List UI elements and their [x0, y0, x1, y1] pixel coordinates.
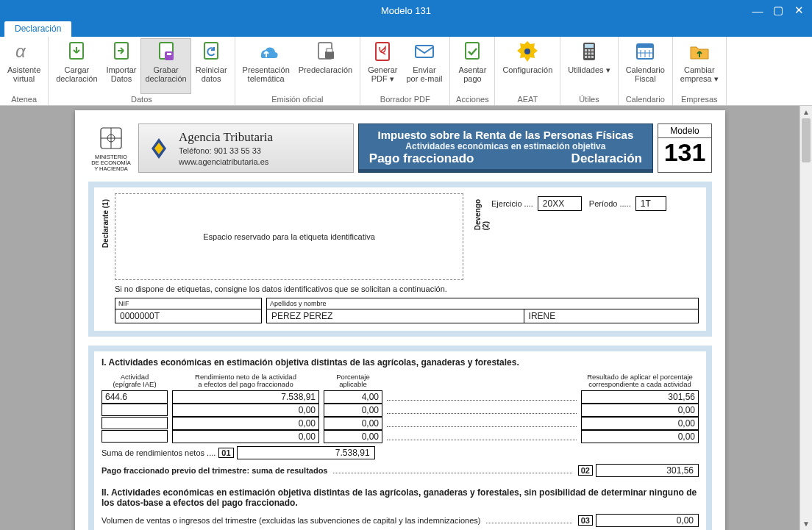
tab-declaracion[interactable]: Declaración: [4, 21, 71, 37]
nif-field[interactable]: 0000000T: [115, 309, 262, 323]
apellidos-label: Apellidos y nombre: [266, 298, 699, 309]
apellidos-field[interactable]: PEREZ PEREZ: [266, 309, 524, 323]
ribbon-group-label: Emisión oficial: [238, 94, 357, 105]
ribbon-tabs: Declaración: [0, 21, 812, 37]
svg-rect-18: [588, 49, 590, 51]
table-cell[interactable]: 301,56: [581, 390, 699, 404]
modelo-number: 131: [658, 140, 711, 165]
pago-val[interactable]: 301,56: [596, 464, 699, 477]
volumen-label: Volumen de ventas o ingresos del trimest…: [102, 516, 480, 525]
grabar-declaracion[interactable]: Grabar declaración: [140, 38, 190, 94]
table-cell[interactable]: 0,00: [172, 430, 319, 443]
table-header: Actividad (epígrafe IAE): [102, 373, 168, 390]
utilidades[interactable]: Utilidades ▾: [563, 38, 614, 94]
asistente-virtual[interactable]: αAsistente virtual: [3, 38, 45, 94]
periodo-label: Período .....: [589, 199, 631, 208]
pago-code: 02: [578, 465, 593, 476]
table-cell[interactable]: 0,00: [324, 404, 382, 417]
agencia-box: Agencia Tributaria Teléfono: 901 33 55 3…: [138, 123, 354, 173]
table-cell[interactable]: 0,00: [581, 430, 699, 443]
svg-rect-4: [165, 51, 174, 60]
table-cell[interactable]: [102, 417, 168, 429]
table-cell[interactable]: 4,00: [324, 390, 382, 404]
svg-rect-27: [637, 44, 653, 48]
etiqueta-aviso: Si no dispone de etiquetas, consigne los…: [115, 284, 699, 293]
ribbon-group-label: Empresas: [676, 94, 723, 105]
table-cell[interactable]: 0,00: [581, 404, 699, 417]
svg-rect-21: [588, 53, 590, 55]
table-cell[interactable]: [102, 404, 168, 416]
table-cell[interactable]: 0,00: [581, 417, 699, 430]
configuracion[interactable]: Configuración: [498, 38, 557, 94]
svg-text:α: α: [15, 41, 26, 61]
calendario-fiscal[interactable]: Calendario Fiscal: [622, 38, 669, 94]
table-cell[interactable]: [102, 430, 168, 443]
scroll-down-icon[interactable]: ▼: [800, 518, 812, 530]
asentar-pago[interactable]: Asentar pago: [453, 38, 491, 94]
escudo-icon: [96, 123, 126, 153]
presentacion-telematica[interactable]: Presentación telemática: [238, 38, 294, 94]
table-cell[interactable]: 7.538,91: [172, 390, 319, 404]
document-viewport: MINISTERIO DE ECONOMÍA Y HACIENDA Agenci…: [0, 106, 812, 530]
svg-rect-16: [585, 44, 594, 48]
table-cell[interactable]: 644.6: [102, 390, 168, 404]
ribbon-group-label: Datos: [51, 94, 231, 105]
table-cell[interactable]: 0,00: [324, 430, 382, 443]
volumen-val[interactable]: 0,00: [596, 514, 699, 527]
sec1-title: I. Actividades económicas en estimación …: [102, 357, 699, 368]
maximize-button[interactable]: ▢: [768, 0, 788, 21]
agencia-web: www.agenciatributaria.es: [179, 157, 273, 167]
svg-point-14: [524, 49, 530, 54]
generar-pdf[interactable]: Generar PDF ▾: [363, 38, 402, 94]
svg-rect-19: [591, 49, 594, 51]
svg-rect-11: [416, 46, 433, 57]
svg-rect-22: [591, 53, 594, 55]
suma-code: 01: [218, 448, 233, 458]
periodo-field[interactable]: 1T: [635, 196, 666, 211]
cargar-declaracion[interactable]: Cargar declaración: [51, 38, 102, 94]
table-cell[interactable]: 0,00: [172, 417, 319, 430]
ribbon: αAsistente virtualAteneaCargar declaraci…: [0, 37, 812, 106]
ribbon-group-label: Borrador PDF: [363, 94, 446, 105]
reiniciar-datos[interactable]: Reiniciar datos: [191, 38, 232, 94]
svg-rect-23: [585, 56, 587, 58]
aeat-logo-icon: [146, 136, 171, 161]
nif-label: NIF: [115, 298, 262, 309]
enviar-email[interactable]: Enviar por e-mail: [402, 38, 447, 94]
importar-datos[interactable]: Importar Datos: [102, 38, 141, 94]
pago-label: Pago fraccionado previo del trimestre: s…: [102, 466, 327, 475]
nombre-field[interactable]: IRENE: [524, 309, 699, 323]
ribbon-group-label: Calendario: [622, 94, 669, 105]
ministerio-label: MINISTERIO DE ECONOMÍA Y HACIENDA: [88, 154, 134, 172]
svg-rect-20: [585, 53, 587, 55]
ribbon-group-label: Atenea: [3, 94, 45, 105]
scroll-up-icon[interactable]: ▲: [800, 106, 812, 118]
suma-label: Suma de rendimientos netos ....: [102, 448, 216, 457]
window-title: Modelo 131: [381, 5, 431, 16]
sec2-title: II. Actividades económicas en estimación…: [102, 487, 699, 508]
modelo-label: Modelo: [658, 126, 711, 138]
volumen-code: 03: [578, 515, 593, 526]
table-header: Resultado de aplicar el porcentaje corre…: [581, 373, 699, 390]
scroll-thumb[interactable]: [802, 118, 811, 162]
bluebox-l3a: Pago fraccionado: [369, 151, 474, 166]
table-cell[interactable]: 0,00: [324, 417, 382, 430]
bluebox-l2: Actividades económicas en estimación obj…: [366, 141, 645, 151]
svg-rect-9: [327, 49, 332, 52]
table-cell[interactable]: 0,00: [172, 404, 319, 417]
ejercicio-field[interactable]: 20XX: [538, 196, 582, 211]
etiqueta-placeholder: Espacio reservado para la etiqueta ident…: [115, 193, 463, 280]
close-button[interactable]: ✕: [788, 0, 809, 21]
svg-rect-24: [588, 56, 590, 58]
vertical-scrollbar[interactable]: ▲ ▼: [799, 106, 812, 530]
agencia-telefono: Teléfono: 901 33 55 33: [179, 146, 273, 156]
minimize-button[interactable]: —: [747, 0, 768, 21]
suma-val[interactable]: 7.538,91: [237, 446, 375, 459]
bluebox-l1: Impuesto sobre la Renta de las Personas …: [366, 129, 645, 141]
svg-rect-12: [466, 43, 479, 59]
cambiar-empresa[interactable]: Cambiar empresa ▾: [676, 38, 723, 94]
svg-rect-25: [591, 56, 594, 58]
predeclaracion[interactable]: Predeclaración: [294, 38, 357, 94]
svg-rect-10: [376, 43, 389, 60]
bluebox-l3b: Declaración: [571, 151, 642, 166]
